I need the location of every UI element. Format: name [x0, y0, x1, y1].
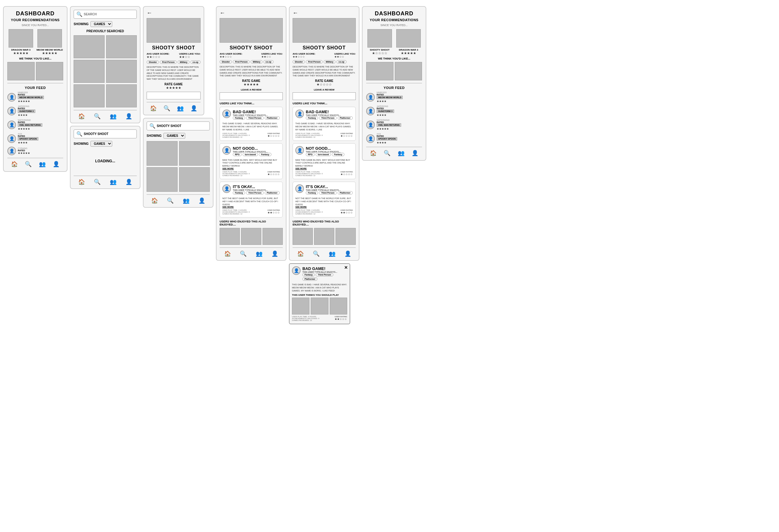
nav-social-f2[interactable]: 👥: [329, 250, 336, 257]
result-thumb-2[interactable]: [179, 141, 210, 166]
search-bar-loading[interactable]: 🔍: [74, 129, 137, 138]
search-thumb-6[interactable]: [106, 84, 137, 107]
rtag-plat-1[interactable]: Platformer: [265, 116, 280, 120]
result-thumb-3[interactable]: [146, 167, 178, 192]
also-thumb-2b[interactable]: [314, 228, 334, 245]
rtag-fantasy-1[interactable]: Fantasy: [233, 116, 245, 120]
leave-review-box-full2[interactable]: [293, 92, 356, 100]
showing-select-results[interactable]: GAMES: [164, 133, 185, 139]
nav-profile-f1[interactable]: 👤: [272, 250, 278, 257]
search-thumb-2[interactable]: [106, 35, 137, 58]
nav-search-f1[interactable]: 🔍: [240, 250, 247, 257]
search-bar-results[interactable]: 🔍: [146, 121, 210, 130]
back-button-full1[interactable]: ←: [220, 10, 283, 16]
nav-search-s1[interactable]: 🔍: [94, 113, 101, 120]
rtag-fan-2a[interactable]: Fantasy: [306, 116, 318, 120]
back-button-partial[interactable]: ←: [146, 10, 200, 16]
nav-search-2[interactable]: 🔍: [384, 150, 391, 157]
game-card-dragon2[interactable]: DRAGON WAR 3 ★★★★★: [395, 29, 422, 55]
nav-search-f2[interactable]: 🔍: [313, 250, 319, 257]
nav-search-1[interactable]: 🔍: [25, 161, 32, 168]
search-input-1[interactable]: [84, 13, 134, 16]
rtag-fan2-1[interactable]: Fantasy: [233, 191, 245, 194]
see-more-2[interactable]: SEE MORE: [222, 168, 280, 170]
nav-search-r[interactable]: 🔍: [167, 197, 174, 204]
nav-home-f1[interactable]: 🏠: [224, 250, 231, 257]
rtag-third-1[interactable]: Third Person: [246, 116, 263, 120]
rtag-tb-2[interactable]: turn-based: [315, 153, 331, 156]
nav-search-p[interactable]: 🔍: [164, 105, 170, 112]
tag-co-full2[interactable]: co-op: [337, 60, 347, 63]
search-input-loading[interactable]: [84, 132, 134, 136]
tag-co-full1[interactable]: co-op: [263, 60, 274, 63]
also-thumb-1c[interactable]: [262, 228, 283, 245]
think-thumb-1b[interactable]: [36, 62, 63, 80]
nav-social-f1[interactable]: 👥: [256, 250, 262, 257]
rate-stars-partial[interactable]: ★★★★★: [146, 86, 200, 90]
popup-thumb-2[interactable]: [311, 298, 328, 314]
game-card-dragon[interactable]: DRAGON WAR 3 ★★★★★: [7, 29, 34, 55]
nav-home-l[interactable]: 🏠: [78, 179, 85, 185]
leave-review-box-full1[interactable]: [220, 92, 283, 100]
popup-thumb-3[interactable]: [330, 298, 347, 314]
rtag-rpg-2[interactable]: RPG: [306, 153, 315, 156]
nav-social-r[interactable]: 👥: [183, 197, 189, 204]
nav-social-1[interactable]: 👥: [39, 161, 46, 168]
nav-social-2[interactable]: 👥: [398, 150, 405, 157]
rate-stars-full1[interactable]: ★★★★★: [220, 82, 283, 86]
nav-home-p[interactable]: 🏠: [150, 105, 157, 112]
see-more-2b[interactable]: SEE MORE: [295, 168, 353, 170]
see-more-2c[interactable]: SEE MORE: [295, 206, 353, 208]
search-thumb-1[interactable]: [74, 35, 105, 58]
nav-profile-f2[interactable]: 👤: [345, 250, 351, 257]
nav-social-l[interactable]: 👥: [110, 179, 117, 185]
nav-home-r[interactable]: 🏠: [151, 197, 158, 204]
rtag-plat2-1[interactable]: Platformer: [265, 191, 280, 194]
search-bar-1[interactable]: 🔍: [74, 10, 137, 19]
tag-military-partial[interactable]: Military: [178, 60, 189, 64]
tag-shooter-full1[interactable]: Shooter: [220, 60, 232, 63]
nav-profile-r[interactable]: 👤: [198, 197, 205, 204]
rtag-tp-2a[interactable]: Third Person: [319, 116, 337, 120]
rtag-third2-1[interactable]: Third Person: [246, 191, 263, 194]
nav-profile-2[interactable]: 👤: [412, 150, 418, 157]
rtag-pl-2c[interactable]: Platformer: [338, 191, 353, 194]
popup-tag-plat[interactable]: Platformer: [302, 277, 317, 281]
nav-profile-s1[interactable]: 👤: [125, 113, 132, 120]
leave-review-partial[interactable]: [146, 92, 200, 100]
search-thumb-3[interactable]: [74, 60, 105, 83]
tag-firstperson-partial[interactable]: First Person: [160, 60, 177, 64]
also-thumb-1b[interactable]: [241, 228, 261, 245]
tag-shooter-partial[interactable]: Shooter: [146, 60, 159, 64]
nav-profile-p[interactable]: 👤: [190, 105, 197, 112]
nav-home-f2[interactable]: 🏠: [297, 250, 304, 257]
rtag-pl-2a[interactable]: Platformer: [338, 116, 353, 120]
search-thumb-4[interactable]: [106, 60, 137, 83]
popup-thumb-1[interactable]: [292, 298, 309, 314]
think-thumb-2b[interactable]: [395, 62, 422, 80]
rate-stars-full2[interactable]: ★☆☆☆☆: [293, 82, 356, 86]
nav-home-2[interactable]: 🏠: [370, 150, 377, 157]
tag-shooter-full2[interactable]: Shooter: [293, 60, 305, 63]
back-button-full2[interactable]: ←: [293, 10, 356, 16]
also-thumb-1a[interactable]: [220, 228, 240, 245]
popup-tag-fantasy[interactable]: Fantasy: [302, 273, 315, 277]
result-thumb-4[interactable]: [179, 167, 210, 192]
think-thumb-2a[interactable]: [366, 62, 394, 80]
game-card-shooty[interactable]: SHOOTY SHOOT ★☆☆☆☆: [366, 29, 393, 55]
tag-mil-full1[interactable]: Military: [251, 60, 262, 63]
showing-select-loading[interactable]: GAMES: [91, 141, 112, 146]
tag-fp-full2[interactable]: First Person: [306, 60, 323, 63]
showing-select-1[interactable]: GAMES: [91, 21, 112, 27]
tag-fp-full1[interactable]: First Person: [233, 60, 250, 63]
popup-close-button[interactable]: ✕: [344, 265, 348, 270]
game-card-meow[interactable]: MEOW MEOW WORLD ★★★★★: [36, 29, 63, 55]
nav-social-s1[interactable]: 👥: [110, 113, 117, 120]
rtag-tp-2c[interactable]: Third Person: [319, 191, 337, 194]
also-thumb-2a[interactable]: [293, 228, 313, 245]
search-input-results[interactable]: [157, 124, 207, 128]
nav-search-l[interactable]: 🔍: [94, 179, 101, 185]
rtag-turn-1[interactable]: turn-based: [243, 153, 258, 156]
see-more-3[interactable]: SEE MORE: [222, 206, 280, 208]
nav-home-1[interactable]: 🏠: [11, 161, 18, 168]
